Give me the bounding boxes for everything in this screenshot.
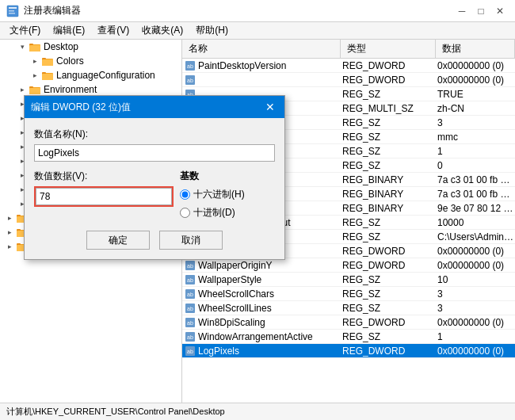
- reg-row-WindowArrangementActive[interactable]: abWindowArrangementActiveREG_SZ1: [182, 330, 515, 344]
- tree-item-desktop[interactable]: ▾Desktop: [0, 40, 181, 54]
- ok-button[interactable]: 确定: [86, 231, 150, 250]
- reg-type-PaintDesktopVersion: REG_DWORD: [342, 60, 437, 71]
- column-headers: 名称 类型 数据: [182, 40, 515, 59]
- svg-text:ab: ab: [187, 63, 193, 69]
- window-controls: ─ □ ✕: [453, 3, 509, 19]
- reg-data-r2: 0x00000000 (0): [437, 74, 515, 86]
- reg-type-WheelScrollChars: REG_SZ: [342, 288, 437, 300]
- menu-view[interactable]: 查看(V): [91, 22, 135, 39]
- reg-row-WallpaperOriginY[interactable]: abWallpaperOriginYREG_DWORD0x00000000 (0…: [182, 258, 515, 273]
- col-header-type: 类型: [341, 40, 436, 58]
- reg-icon-WheelScrollLines: ab: [184, 302, 196, 315]
- dec-radio-label[interactable]: 十进制(D): [180, 206, 275, 220]
- reg-name-WheelScrollChars: WheelScrollChars: [196, 288, 342, 300]
- minimize-button[interactable]: ─: [453, 3, 471, 19]
- title-bar-left: 注册表编辑器: [6, 4, 81, 17]
- hex-radio-text: 十六进制(H): [193, 188, 245, 201]
- folder-icon-language: [41, 69, 54, 82]
- reg-row-PaintDesktopVersion[interactable]: abPaintDesktopVersionREG_DWORD0x00000000…: [182, 59, 515, 73]
- reg-data-r3: TRUE: [437, 89, 515, 100]
- svg-rect-1: [9, 7, 17, 9]
- reg-data-PaintDesktopVersion: 0x00000000 (0): [437, 60, 515, 71]
- reg-type-LogPixels: REG_DWORD: [342, 346, 437, 357]
- reg-row-r2[interactable]: abREG_DWORD0x00000000 (0): [182, 73, 515, 87]
- dialog-close-button[interactable]: ✕: [262, 99, 278, 115]
- tree-label-desktop: Desktop: [44, 41, 78, 52]
- col-header-name: 名称: [182, 40, 341, 58]
- reg-data-WindowArrangementActive: 1: [437, 331, 515, 342]
- reg-type-WindowArrangementActive: REG_SZ: [342, 331, 437, 342]
- reg-data-r7: 1: [437, 146, 515, 157]
- col-header-data: 数据: [436, 40, 515, 58]
- name-label: 数值名称(N):: [34, 128, 275, 141]
- dec-radio[interactable]: [180, 208, 190, 218]
- maximize-button[interactable]: □: [472, 3, 490, 19]
- reg-type-WallpaperStyle: REG_SZ: [342, 274, 437, 285]
- name-input[interactable]: [34, 144, 275, 162]
- menu-favorites[interactable]: 收藏夹(A): [135, 22, 189, 39]
- svg-text:ab: ab: [187, 263, 193, 269]
- tree-item-colors[interactable]: ▸Colors: [0, 54, 181, 68]
- reg-icon-WheelScrollChars: ab: [184, 288, 196, 300]
- base-section: 基数 十六进制(H) 十进制(D): [180, 170, 275, 220]
- svg-rect-19: [29, 88, 40, 94]
- reg-row-WheelScrollLines[interactable]: abWheelScrollLinesREG_SZ3: [182, 301, 515, 315]
- reg-data-pNa: mmc: [437, 132, 515, 143]
- close-button[interactable]: ✕: [491, 3, 509, 19]
- data-label: 数值数据(V):: [34, 170, 174, 183]
- reg-name-PaintDesktopVersion: PaintDesktopVersion: [196, 60, 342, 71]
- status-path: 计算机\HKEY_CURRENT_USER\Control Panel\Desk…: [6, 406, 225, 418]
- reg-row-WallpaperStyle[interactable]: abWallpaperStyleREG_SZ10: [182, 273, 515, 287]
- svg-text:ab: ab: [187, 306, 193, 311]
- reg-data-WheelScrollChars: 3: [437, 288, 515, 300]
- reg-type-nt: REG_BINARY: [342, 203, 437, 214]
- tree-arrow-language: ▸: [29, 71, 41, 79]
- reg-type-WallpaperOriginX: REG_DWORD: [342, 246, 437, 257]
- menu-bar: 文件(F) 编辑(E) 查看(V) 收藏夹(A) 帮助(H): [0, 22, 515, 40]
- tree-arrow-hklm: ▸: [3, 214, 16, 222]
- reg-type-r8: REG_SZ: [342, 160, 437, 171]
- tree-arrow-desktop: ▾: [16, 43, 29, 51]
- reg-icon-PaintDesktopVersion: ab: [184, 59, 196, 72]
- reg-icon-r2: ab: [184, 74, 196, 86]
- reg-type-r7: REG_SZ: [342, 146, 437, 157]
- folder-icon-colors: [41, 55, 54, 67]
- reg-type-ne: REG_BINARY: [342, 174, 437, 185]
- svg-rect-15: [42, 74, 53, 80]
- value-input-wrapper: [34, 186, 174, 207]
- reg-row-LogPixels[interactable]: abLogPixelsREG_DWORD0x00000000 (0): [182, 344, 515, 358]
- reg-icon-WindowArrangementActive: ab: [184, 330, 196, 343]
- tree-arrow-hkcc: ▸: [3, 242, 16, 250]
- folder-icon-environment: [29, 83, 41, 96]
- menu-edit[interactable]: 编辑(E): [47, 22, 91, 39]
- app-title: 注册表编辑器: [24, 4, 81, 17]
- svg-text:ab: ab: [187, 320, 193, 326]
- value-input[interactable]: [36, 188, 172, 205]
- svg-rect-11: [42, 59, 53, 66]
- reg-row-Win8DpiScaling[interactable]: abWin8DpiScalingREG_DWORD0x00000000 (0): [182, 315, 515, 330]
- tree-item-language[interactable]: ▸LanguageConfiguration: [0, 68, 181, 82]
- svg-text:ab: ab: [187, 78, 193, 83]
- menu-file[interactable]: 文件(F): [3, 22, 47, 39]
- dialog-body: 数值名称(N): 数值数据(V): 基数 十六进制(H): [25, 118, 284, 259]
- reg-type-WaitToKillAppTimeout: REG_SZ: [342, 217, 437, 228]
- dec-radio-text: 十进制(D): [193, 206, 235, 220]
- svg-rect-3: [9, 13, 15, 14]
- reg-name-WheelScrollLines: WheelScrollLines: [196, 303, 342, 314]
- dialog-title-bar: 编辑 DWORD (32 位)值 ✕: [25, 96, 284, 118]
- reg-data-LogPixels: 0x00000000 (0): [437, 346, 515, 357]
- tree-label-language: LanguageConfiguration: [56, 70, 155, 81]
- menu-help[interactable]: 帮助(H): [189, 22, 235, 39]
- hex-radio[interactable]: [180, 189, 190, 200]
- hex-radio-label[interactable]: 十六进制(H): [180, 188, 275, 201]
- reg-data-Win8DpiScaling: 0x00000000 (0): [437, 317, 515, 328]
- svg-text:ab: ab: [187, 334, 193, 340]
- reg-data-WallpaperStyle: 10: [437, 274, 515, 285]
- reg-row-WheelScrollChars[interactable]: abWheelScrollCharsREG_SZ3: [182, 287, 515, 301]
- radio-group: 十六进制(H) 十进制(D): [180, 188, 275, 220]
- reg-data-WheelScrollLines: 3: [437, 303, 515, 314]
- base-label: 基数: [180, 170, 275, 183]
- cancel-button[interactable]: 取消: [159, 231, 223, 250]
- reg-data-nt: 9e 3e 07 80 12 00 0...: [437, 203, 515, 214]
- reg-data-e_000: 7a c3 01 00 fb 80 0...: [437, 189, 515, 200]
